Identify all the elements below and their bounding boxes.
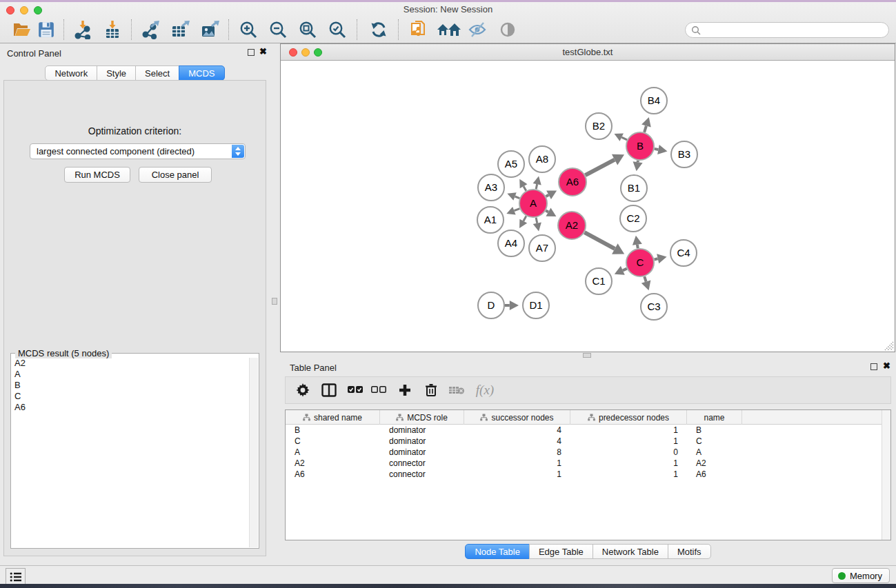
graph-edge-A-A3[interactable]	[515, 196, 520, 199]
search-box[interactable]	[685, 22, 889, 38]
tab-mcds[interactable]: MCDS	[179, 65, 224, 81]
refresh-icon[interactable]	[368, 19, 390, 41]
show-panel-list-button[interactable]	[6, 568, 26, 585]
tab-style[interactable]: Style	[97, 65, 136, 81]
graph-node-label: A6	[566, 176, 579, 187]
table-row[interactable]: Cdominator41C	[286, 436, 882, 447]
graph-edge-A-A1[interactable]	[514, 209, 519, 211]
graph-node-label: A8	[536, 153, 548, 165]
tab-edge-table[interactable]: Edge Table	[529, 544, 593, 559]
column-header-successor-nodes[interactable]: successor nodes	[464, 410, 570, 425]
graph-edge-arrowhead	[633, 236, 642, 245]
graph-edge-A-A6[interactable]	[546, 195, 548, 196]
tab-network[interactable]: Network	[45, 65, 97, 81]
column-tree-icon	[396, 414, 404, 421]
tab-node-table[interactable]: Node Table	[465, 544, 530, 559]
graph-edge-C-C4[interactable]	[654, 258, 657, 259]
graph-edge-B-B2[interactable]	[621, 137, 627, 140]
select-stepper-icon[interactable]	[232, 145, 244, 158]
close-panel-icon[interactable]: ✖	[259, 46, 267, 57]
float-panel-icon[interactable]	[248, 49, 255, 56]
graph-edge-A-A2[interactable]	[546, 210, 548, 212]
column-view-icon[interactable]	[319, 380, 339, 401]
graph-edge-arrowhead	[510, 301, 519, 310]
function-builder-icon[interactable]: f(x)	[470, 380, 499, 401]
graph-node-label: A7	[536, 242, 548, 254]
table-scrollbar[interactable]	[882, 410, 890, 540]
tab-select[interactable]: Select	[135, 65, 179, 81]
tab-network-table[interactable]: Network Table	[593, 544, 668, 559]
delete-table-icon[interactable]	[446, 380, 467, 401]
import-network-icon[interactable]	[72, 19, 94, 41]
table-cell: A6	[286, 469, 380, 480]
graph-edge-A-A4[interactable]	[524, 216, 526, 221]
horizontal-splitter-handle[interactable]	[583, 353, 591, 358]
add-column-icon[interactable]	[395, 380, 415, 401]
mcds-result-item[interactable]: B	[12, 380, 248, 391]
graph-edge-A2-C[interactable]	[584, 232, 615, 249]
close-panel-button[interactable]: Close panel	[139, 167, 212, 183]
graph-node-label: A3	[485, 181, 497, 193]
select-all-icon[interactable]	[345, 380, 366, 401]
home-icon[interactable]	[435, 19, 463, 41]
run-mcds-button[interactable]: Run MCDS	[64, 167, 130, 183]
table-row[interactable]: Adominator80A	[286, 447, 882, 458]
graph-edge-B-B3[interactable]	[655, 149, 659, 150]
network-canvas[interactable]: B4B2BB3A5A8A6B1A3AC2A1A2A4A7C4CC1C3DD1	[281, 61, 895, 352]
table-row[interactable]: A2connector11A2	[286, 458, 882, 469]
graph-edge-arrowhead	[657, 254, 666, 263]
mcds-result-item[interactable]: C	[12, 391, 248, 402]
settings-gear-icon[interactable]	[292, 380, 313, 401]
memory-button[interactable]: Memory	[832, 568, 890, 583]
open-session-icon[interactable]	[11, 19, 33, 41]
hide-graphics-details-icon[interactable]	[466, 19, 488, 41]
toolbar-separator	[131, 19, 132, 40]
graph-node-label: B1	[628, 182, 640, 194]
table-cell: A2	[687, 458, 742, 469]
titlebar[interactable]: Session: New Session	[0, 2, 896, 16]
graph-edge-B-B4[interactable]	[644, 126, 646, 132]
zoom-fit-icon[interactable]	[297, 19, 319, 41]
zoom-in-icon[interactable]	[237, 19, 259, 41]
mcds-result-item[interactable]: A6	[12, 402, 248, 413]
graph-edge-A6-B[interactable]	[586, 160, 615, 176]
network-from-clipboard-icon[interactable]	[408, 19, 430, 41]
graph-edge-C-C3[interactable]	[644, 276, 646, 281]
export-network-icon[interactable]	[139, 19, 161, 41]
column-header-predecessor-nodes[interactable]: predecessor nodes	[570, 410, 687, 425]
float-table-panel-icon[interactable]	[870, 363, 877, 370]
close-table-panel-icon[interactable]: ✖	[883, 361, 890, 371]
graph-node-label: C1	[592, 275, 605, 287]
zoom-out-icon[interactable]	[267, 19, 289, 41]
window-resize-grip[interactable]	[884, 341, 894, 351]
control-panel: Control Panel ✖ NetworkStyleSelectMCDS O…	[0, 43, 270, 565]
graph-edge-A-A5[interactable]	[524, 186, 526, 191]
table-row[interactable]: A6connector11A6	[286, 469, 882, 480]
table-row[interactable]: Bdominator41B	[286, 425, 882, 436]
graph-edge-A-A8[interactable]	[536, 184, 537, 189]
save-session-icon[interactable]	[35, 19, 57, 41]
network-window-titlebar[interactable]: testGlobe.txt	[281, 44, 895, 61]
search-input[interactable]	[705, 23, 884, 37]
zoom-selected-icon[interactable]	[326, 19, 348, 41]
mcds-list-scrollbar[interactable]	[249, 358, 258, 547]
graph-edge-C-C1[interactable]	[623, 269, 627, 271]
import-table-icon[interactable]	[101, 19, 123, 41]
graph-edge-A-A7[interactable]	[536, 218, 537, 223]
show-graphics-details-icon[interactable]	[497, 19, 519, 41]
table-panel-title: Table Panel	[290, 363, 337, 373]
mcds-result-item[interactable]: A2	[12, 358, 248, 369]
export-table-icon[interactable]	[169, 19, 191, 41]
graph-node-label: A1	[484, 214, 497, 225]
deselect-all-icon[interactable]	[368, 380, 389, 401]
mcds-result-item[interactable]: A	[12, 369, 248, 380]
export-image-icon[interactable]	[199, 19, 221, 41]
delete-column-icon[interactable]	[421, 380, 441, 401]
column-header-MCDS-role[interactable]: MCDS role	[380, 410, 464, 425]
column-header-shared-name[interactable]: shared name	[286, 410, 380, 425]
vertical-splitter-handle[interactable]	[272, 298, 277, 305]
graph-edge-C-C2[interactable]	[637, 245, 638, 249]
tab-motifs[interactable]: Motifs	[668, 544, 711, 559]
criterion-select[interactable]: largest connected component (directed)	[30, 143, 246, 159]
column-header-name[interactable]: name	[687, 410, 742, 425]
